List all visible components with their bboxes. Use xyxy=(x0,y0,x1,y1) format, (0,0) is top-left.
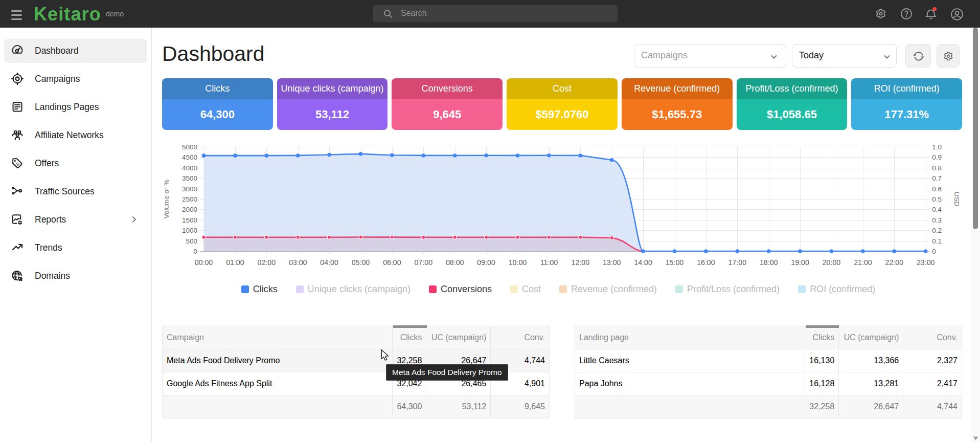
svg-text:4000: 4000 xyxy=(182,164,197,172)
svg-text:3500: 3500 xyxy=(182,174,197,182)
svg-text:15:00: 15:00 xyxy=(666,258,684,267)
svg-text:2500: 2500 xyxy=(182,195,197,203)
svg-text:0.2: 0.2 xyxy=(932,227,942,234)
svg-text:0.4: 0.4 xyxy=(932,206,942,213)
svg-text:08:00: 08:00 xyxy=(446,258,464,267)
svg-text:04:00: 04:00 xyxy=(320,258,338,267)
svg-text:01:00: 01:00 xyxy=(226,258,244,267)
svg-text:4500: 4500 xyxy=(182,153,197,161)
svg-text:10:00: 10:00 xyxy=(509,258,527,267)
svg-text:16:00: 16:00 xyxy=(697,258,715,267)
svg-text:0: 0 xyxy=(932,248,936,255)
svg-text:13:00: 13:00 xyxy=(603,258,621,267)
svg-text:0.5: 0.5 xyxy=(932,195,942,203)
svg-text:0.6: 0.6 xyxy=(932,185,942,193)
svg-text:17:00: 17:00 xyxy=(728,258,747,267)
svg-text:0.9: 0.9 xyxy=(932,153,942,161)
svg-text:06:00: 06:00 xyxy=(383,258,401,267)
svg-text:1000: 1000 xyxy=(182,227,197,234)
svg-text:07:00: 07:00 xyxy=(415,258,433,267)
svg-text:1500: 1500 xyxy=(182,216,197,224)
svg-text:0.1: 0.1 xyxy=(932,237,942,245)
svg-text:20:00: 20:00 xyxy=(823,258,841,267)
svg-text:03:00: 03:00 xyxy=(289,258,307,267)
svg-text:00:00: 00:00 xyxy=(195,258,213,267)
svg-text:5000: 5000 xyxy=(182,143,197,151)
svg-text:11:00: 11:00 xyxy=(540,258,558,267)
svg-text:21:00: 21:00 xyxy=(854,258,872,267)
svg-text:14:00: 14:00 xyxy=(634,258,652,267)
svg-text:02:00: 02:00 xyxy=(258,258,276,267)
svg-text:18:00: 18:00 xyxy=(760,258,778,267)
svg-text:0.3: 0.3 xyxy=(932,216,942,224)
svg-text:19:00: 19:00 xyxy=(791,258,809,267)
svg-text:09:00: 09:00 xyxy=(477,258,495,267)
svg-text:500: 500 xyxy=(186,237,197,245)
svg-text:22:00: 22:00 xyxy=(885,258,904,267)
svg-text:23:00: 23:00 xyxy=(917,258,935,267)
svg-text:0: 0 xyxy=(193,248,197,255)
svg-text:05:00: 05:00 xyxy=(352,258,370,267)
svg-text:3000: 3000 xyxy=(182,185,197,193)
svg-text:0.8: 0.8 xyxy=(932,164,942,172)
svg-text:1.0: 1.0 xyxy=(932,143,942,151)
svg-text:Volume or %: Volume or % xyxy=(163,180,170,219)
svg-text:2000: 2000 xyxy=(182,206,197,213)
svg-text:12:00: 12:00 xyxy=(572,258,590,267)
svg-text:USD: USD xyxy=(953,192,961,207)
svg-text:0.7: 0.7 xyxy=(932,174,942,182)
